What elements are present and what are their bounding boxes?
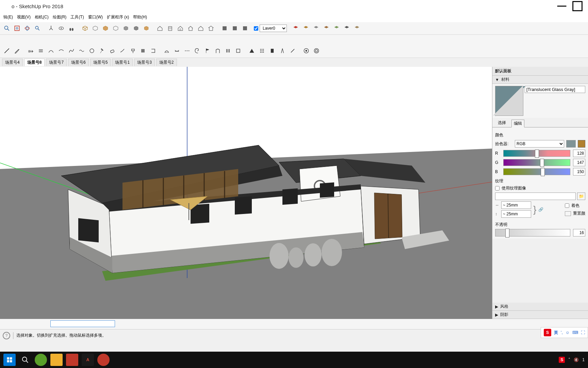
house-icon-5[interactable]	[206, 24, 216, 33]
darc-icon[interactable]	[172, 46, 182, 56]
tool-b-icon[interactable]	[148, 46, 158, 56]
arch-icon[interactable]	[162, 46, 172, 56]
cube-tool-2-icon[interactable]	[91, 24, 100, 33]
start-button[interactable]	[3, 354, 16, 366]
menu-camera[interactable]: 相机(C)	[33, 14, 50, 21]
pillars-icon[interactable]	[223, 46, 233, 56]
arc2-icon[interactable]	[56, 46, 66, 56]
ime-bar[interactable]: S 英 ', ☺ ⌨ ⛶	[541, 327, 588, 338]
taskbar-app-red[interactable]	[97, 354, 110, 366]
cube-tool-4-icon[interactable]	[111, 24, 120, 33]
g-input[interactable]	[573, 159, 585, 166]
cube-tool-6-icon[interactable]	[131, 24, 141, 33]
menu-draw[interactable]: 绘图(R)	[51, 14, 68, 21]
menu-window[interactable]: 窗口(W)	[87, 14, 104, 21]
house-icon-3[interactable]	[186, 24, 195, 33]
scene-tab-8[interactable]: 场景号8	[24, 59, 45, 66]
taskbar-app-1[interactable]	[35, 354, 47, 366]
settings-icon[interactable]	[36, 46, 46, 56]
scene-tab-6[interactable]: 场景号6	[68, 59, 89, 66]
g-slider[interactable]	[503, 159, 570, 166]
tray-time[interactable]: 1	[582, 357, 585, 362]
plane-icon[interactable]	[26, 46, 35, 56]
gate-icon[interactable]	[213, 46, 223, 56]
tray-sogou-icon[interactable]: S	[559, 357, 565, 363]
house-icon-2[interactable]	[176, 24, 185, 33]
taskbar[interactable]: A S ˄ 🔇 1	[0, 352, 588, 368]
texture-height-input[interactable]	[501, 210, 531, 218]
reset-color-button[interactable]	[565, 211, 571, 216]
scene-tab-2[interactable]: 场景号2	[156, 59, 177, 66]
taskbar-sketchup-icon[interactable]	[66, 354, 78, 366]
ime-punct[interactable]: ',	[561, 330, 563, 335]
wave-icon[interactable]	[77, 46, 86, 56]
paint-icon[interactable]	[128, 46, 137, 56]
look-around-icon[interactable]	[56, 24, 66, 33]
tile-brown2-icon[interactable]	[322, 24, 331, 33]
texture-path-input[interactable]	[495, 193, 576, 200]
hammer-icon[interactable]	[97, 46, 107, 56]
panel-section-materials[interactable]: ▼ 材料	[492, 76, 588, 84]
cube-tool-5-icon[interactable]	[121, 24, 131, 33]
tray-chevron-up-icon[interactable]: ˄	[568, 357, 570, 362]
grid-icon-2[interactable]	[230, 24, 240, 33]
viewport-3d[interactable]	[0, 67, 492, 319]
curve-icon[interactable]	[67, 46, 76, 56]
brush-icon[interactable]	[118, 46, 127, 56]
tile-brown-icon[interactable]	[301, 24, 311, 33]
use-texture-checkbox[interactable]	[495, 186, 500, 190]
materials-tab-select[interactable]: 选择	[496, 119, 508, 127]
taskbar-explorer-icon[interactable]	[50, 354, 63, 366]
circle-icon[interactable]	[87, 46, 97, 56]
taskbar-app-dark[interactable]: A	[82, 354, 94, 366]
scene-tab-5[interactable]: 场景号5	[90, 59, 111, 66]
opacity-input[interactable]	[573, 229, 585, 236]
search-icon[interactable]	[19, 354, 31, 366]
tile-gray-icon[interactable]	[311, 24, 321, 33]
scene-tab-7[interactable]: 场景号7	[46, 59, 67, 66]
tool-a-icon[interactable]	[138, 46, 148, 56]
house-icon-4[interactable]	[196, 24, 206, 33]
b-slider[interactable]	[503, 168, 570, 175]
system-tray[interactable]: S ˄ 🔇 1	[559, 357, 585, 363]
panel-header-default[interactable]: 默认面板	[492, 67, 588, 76]
layer-visible-checkbox[interactable]	[254, 26, 258, 31]
scene-tab-3[interactable]: 场景号3	[134, 59, 155, 66]
colorize-checkbox[interactable]	[565, 203, 569, 208]
ime-keyboard-icon[interactable]: ⌨	[572, 330, 578, 335]
tile-extra-icon[interactable]	[352, 24, 362, 33]
stairs-icon[interactable]	[12, 46, 22, 56]
color-swatch[interactable]	[566, 140, 576, 148]
b-input[interactable]	[573, 168, 585, 175]
chain-link-icon[interactable]: 🔗	[538, 207, 543, 212]
tile-green-icon[interactable]	[332, 24, 341, 33]
scene-tab-4[interactable]: 场景号4	[2, 59, 23, 66]
opacity-slider[interactable]	[495, 229, 570, 236]
color-picker-select[interactable]: RGB	[515, 140, 564, 148]
triangle-icon[interactable]	[247, 46, 257, 56]
panel-section-shadows[interactable]: ▶ 阴影	[492, 311, 588, 319]
tile-red-icon[interactable]	[291, 24, 300, 33]
help-icon[interactable]: ?	[3, 332, 10, 339]
cube-tool-3-icon[interactable]	[101, 24, 110, 33]
browse-texture-button[interactable]: 📁	[577, 193, 585, 200]
block-icon[interactable]	[267, 46, 277, 56]
circle-target-icon[interactable]	[301, 46, 311, 56]
spiral-icon[interactable]	[193, 46, 202, 56]
menu-edit[interactable]: 辑(E)	[2, 14, 14, 21]
cube-tool-7-icon[interactable]	[142, 24, 151, 33]
circle-ring-icon[interactable]	[312, 46, 321, 56]
walk-tool-icon[interactable]	[67, 24, 76, 33]
tray-sound-icon[interactable]: 🔇	[574, 357, 579, 362]
ime-fullscreen-icon[interactable]: ⛶	[581, 330, 585, 335]
scene-tab-1[interactable]: 场景号1	[112, 59, 133, 66]
r-input[interactable]	[573, 150, 585, 157]
menu-view[interactable]: 视图(V)	[16, 14, 32, 21]
flag-icon[interactable]	[203, 46, 212, 56]
menu-extensions[interactable]: 扩展程序 (x)	[105, 14, 130, 21]
r-slider[interactable]	[503, 150, 570, 157]
pen-icon[interactable]	[288, 46, 297, 56]
materials-tab-edit[interactable]: 编辑	[511, 120, 524, 127]
pan-tool-icon[interactable]	[33, 24, 42, 33]
building-icon[interactable]	[165, 24, 175, 33]
